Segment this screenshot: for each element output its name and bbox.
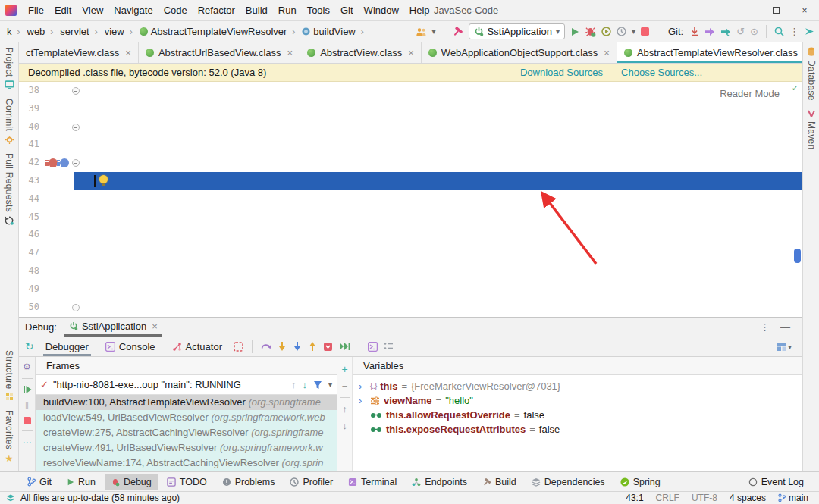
thread-selector[interactable]: ✓ "http-nio-8081-exe...oup "main": RUNNI… (36, 375, 337, 395)
caret-position-widget[interactable]: 43:1 (626, 493, 643, 503)
drop-frame-icon[interactable] (323, 342, 333, 352)
stop-icon[interactable] (24, 417, 31, 424)
menu-item[interactable]: Build (240, 1, 273, 20)
code-line[interactable]: 40 } (19, 118, 802, 136)
breadcrumb-item[interactable]: servlet › (58, 24, 102, 39)
variable-row[interactable]: › {..} this = {FreeMarkerViewResolver@70… (353, 379, 802, 393)
prev-frame-icon[interactable]: ↑ (291, 379, 297, 390)
next-frame-icon[interactable]: ↓ (302, 379, 307, 390)
menu-item[interactable]: Window (359, 1, 404, 20)
line-number[interactable]: 38 (19, 82, 46, 100)
line-number[interactable]: 43 (19, 172, 46, 190)
variable-row[interactable]: this.exposeRequestAttributes = false (353, 422, 802, 437)
editor-tab[interactable]: WebApplicationObjectSupport.class × (422, 42, 617, 63)
event-log-button[interactable]: Event Log (748, 477, 813, 487)
code-line[interactable]: 48 view.setExposeSpringMacroHelpers(this… (19, 262, 802, 280)
close-icon[interactable]: × (287, 47, 293, 58)
search-everywhere-icon[interactable] (774, 27, 784, 36)
code-with-me-icon[interactable] (416, 27, 427, 36)
close-icon[interactable]: × (408, 47, 414, 58)
debug-button[interactable] (585, 26, 596, 37)
view-breakpoints-icon[interactable] (234, 342, 243, 352)
menu-item[interactable]: Tools (302, 1, 335, 20)
sidebar-item-commit[interactable]: Commit (4, 94, 14, 148)
variable-row[interactable]: › viewName = "hello" (353, 393, 802, 408)
code-line[interactable]: 43 AbstractTemplateView view = (Abstract… (19, 172, 802, 190)
line-number[interactable]: 42 (19, 154, 46, 172)
menu-item[interactable]: Git (335, 1, 359, 20)
sidebar-item-favorites[interactable]: Favorites ★ (4, 405, 14, 471)
toolwindow-terminal[interactable]: Terminal (342, 474, 403, 490)
chevron-down-icon[interactable]: ▾ (432, 27, 436, 36)
toolwindow-run[interactable]: Run (61, 474, 102, 490)
sidebar-item-maven[interactable]: Maven (806, 105, 817, 155)
options-kebab-icon[interactable]: ⋮ (760, 321, 770, 333)
scrollbar-thumb[interactable] (794, 249, 801, 263)
line-number[interactable]: 40 (19, 118, 46, 136)
toolwindow-build[interactable]: Build (476, 474, 522, 490)
step-over-icon[interactable] (261, 341, 271, 352)
code-line[interactable]: 38 public void setExposeSpringMacroHelpe… (19, 82, 802, 100)
run-with-coverage-icon[interactable] (601, 27, 611, 36)
line-number[interactable]: 45 (19, 208, 46, 227)
stack-frame-row[interactable]: createView:491, UrlBasedViewResolver (or… (36, 440, 337, 455)
close-button[interactable]: × (790, 0, 819, 20)
tab-debugger[interactable]: Debugger (40, 338, 94, 355)
rollback-icon[interactable]: ⊙ (750, 26, 758, 37)
reader-mode-label[interactable]: Reader Mode (720, 88, 780, 99)
menu-item[interactable]: Navigate (108, 1, 158, 20)
move-down-icon[interactable]: ↓ (342, 420, 347, 431)
code-line[interactable]: 49 return view; (19, 280, 802, 299)
fold-icon[interactable] (72, 304, 80, 311)
fold-icon[interactable] (72, 159, 80, 167)
breadcrumb-item[interactable]: view › (102, 24, 137, 39)
fold-icon[interactable] (72, 124, 80, 131)
stack-frame-row[interactable]: createView:275, AbstractCachingViewResol… (36, 425, 337, 440)
menu-item[interactable]: Run (273, 1, 302, 20)
expand-chevron-icon[interactable]: › (359, 380, 366, 392)
stop-button[interactable] (641, 27, 649, 36)
git-branch-widget[interactable]: main (778, 493, 808, 503)
sidebar-item-project[interactable]: Project (4, 42, 14, 94)
toolwindow-profiler[interactable]: Profiler (284, 474, 339, 490)
close-icon[interactable]: × (125, 47, 131, 58)
resume-icon[interactable] (23, 385, 32, 394)
settings-list-icon[interactable] (384, 342, 394, 351)
choose-sources-link[interactable]: Choose Sources... (621, 67, 702, 78)
step-into-icon[interactable] (278, 341, 287, 352)
line-number[interactable]: 47 (19, 244, 46, 262)
encoding-widget[interactable]: UTF-8 (692, 493, 717, 503)
editor-tab[interactable]: AbstractView.class × (300, 42, 422, 63)
run-to-cursor-icon[interactable] (339, 342, 350, 351)
breadcrumb-item[interactable]: AbstractTemplateViewResolver › (137, 24, 300, 39)
line-number[interactable]: 39 (19, 100, 46, 118)
line-number[interactable]: 50 (19, 299, 46, 317)
breadcrumb-item[interactable]: k › (5, 24, 25, 39)
tab-actuator[interactable]: Actuator (167, 338, 228, 355)
step-out-icon[interactable] (308, 341, 317, 352)
chevron-down-icon[interactable]: ▾ (328, 380, 332, 389)
breadcrumb-item[interactable]: web › (25, 24, 58, 39)
close-icon[interactable]: × (604, 47, 610, 58)
editor-tab[interactable]: AbstractUrlBasedView.class × (139, 42, 300, 63)
code-line[interactable]: 42 protected AbstractUrlBasedView buildV… (19, 154, 802, 172)
layout-settings-icon[interactable] (777, 342, 786, 352)
line-number[interactable]: 49 (19, 280, 46, 299)
indent-widget[interactable]: 4 spaces (730, 493, 766, 503)
minimize-button[interactable]: — (733, 0, 761, 20)
menu-item[interactable]: File (23, 1, 49, 20)
download-sources-link[interactable]: Download Sources (520, 67, 603, 78)
sidebar-item-structure[interactable]: Structure (4, 346, 14, 405)
expand-chevron-icon[interactable]: › (359, 395, 366, 406)
git-push-icon[interactable] (704, 27, 715, 36)
method-breakpoint-icon[interactable] (60, 158, 69, 167)
intention-bulb-icon[interactable] (98, 175, 109, 186)
chevron-down-icon[interactable]: ▾ (632, 27, 635, 36)
stack-frame-row[interactable]: resolveViewName:174, AbstractCachingView… (36, 455, 337, 471)
git-commit-push-icon[interactable] (720, 27, 731, 36)
line-ending-widget[interactable]: CRLF (656, 493, 679, 503)
add-watch-icon[interactable]: + (341, 363, 347, 375)
more-options-icon[interactable]: ⋮ (789, 26, 799, 37)
toolwindow-spring[interactable]: Spring (614, 474, 667, 490)
code-line[interactable]: 45 view.setAllowRequestOverride(this.all… (19, 208, 802, 227)
